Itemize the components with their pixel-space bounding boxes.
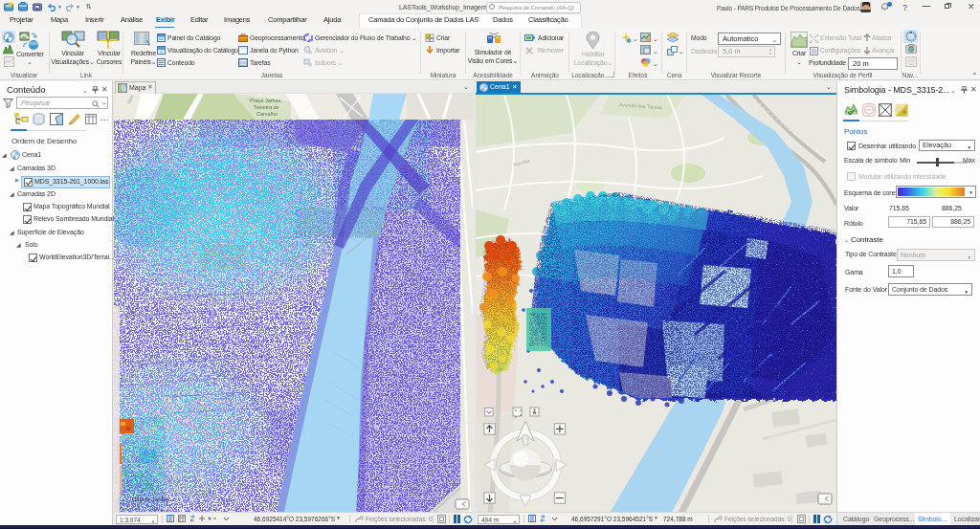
svg-text:Teixeira de: Teixeira de <box>254 104 279 110</box>
svg-text:Vila Olímpia: Vila Olímpia <box>435 122 459 127</box>
svg-text:Bar...: Bar... <box>439 128 450 133</box>
svg-text:Cidade Jardim: Cidade Jardim <box>132 496 169 502</box>
svg-text:Praça Jarbas: Praça Jarbas <box>250 98 281 103</box>
svg-text:Carvalho: Carvalho <box>256 111 278 117</box>
